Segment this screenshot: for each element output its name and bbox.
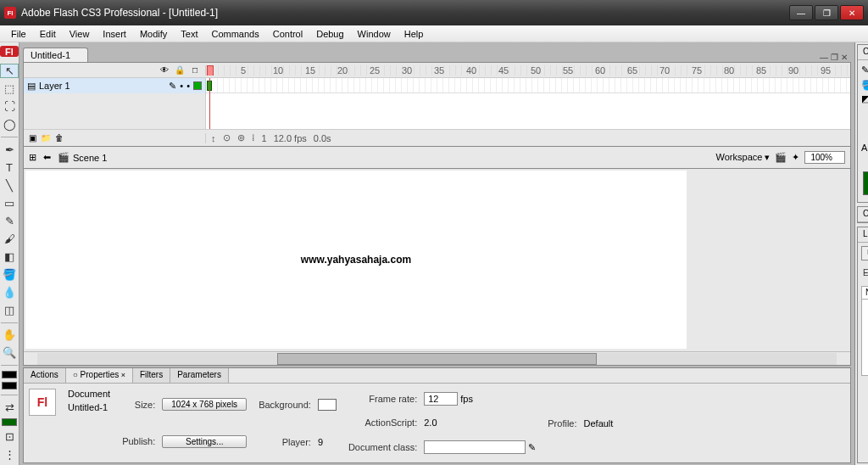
tab-properties[interactable]: ○ Properties <box>66 368 133 383</box>
tab-color[interactable]: Color <box>858 45 868 59</box>
menu-file[interactable]: File <box>5 27 32 41</box>
zoom-tool[interactable]: 🔍 <box>0 345 19 360</box>
hand-tool[interactable]: ✋ <box>0 328 19 342</box>
tab-actions[interactable]: Actions <box>24 368 66 383</box>
stroke-color-swatch[interactable] <box>2 371 17 378</box>
timeline-ruler[interactable]: 15101520253035404550556065707580859095 <box>206 65 850 76</box>
close-button[interactable]: ✕ <box>840 5 864 20</box>
edit-class-icon[interactable]: ✎ <box>528 442 536 452</box>
maximize-button[interactable]: ❐ <box>815 5 838 20</box>
fill-color-swatch[interactable] <box>2 382 17 389</box>
library-col-name[interactable]: Name <box>862 287 868 299</box>
layer-row[interactable]: ▤ Layer 1 ✎ • • <box>24 78 205 93</box>
frame-rate: 12.0 fps <box>274 133 307 143</box>
line-tool[interactable]: ╲ <box>0 178 19 193</box>
brush-tool[interactable]: 🖌 <box>0 232 19 246</box>
library-document-select[interactable]: Untitled-1 <box>861 246 868 261</box>
doc-close-icon[interactable]: ✕ <box>841 53 848 62</box>
document-tab[interactable]: Untitled-1 <box>23 48 88 62</box>
delete-layer-icon[interactable]: 🗑 <box>54 133 64 143</box>
edit-scene-icon[interactable]: ⊞ <box>29 152 36 163</box>
tab-library[interactable]: Library <box>858 227 868 242</box>
layer-outline-color[interactable] <box>193 81 202 90</box>
menu-help[interactable]: Help <box>398 27 430 41</box>
text-tool[interactable]: T <box>0 160 19 175</box>
subselection-tool[interactable]: ⬚ <box>0 81 19 96</box>
paint-bucket-tool[interactable]: 🪣 <box>0 267 19 282</box>
doc-restore-icon[interactable]: ❐ <box>831 53 838 62</box>
timeline-frames[interactable] <box>206 78 850 129</box>
edit-symbols-icon[interactable]: ✦ <box>792 152 799 163</box>
size-button[interactable]: 1024 x 768 pixels <box>162 398 247 411</box>
tab-parameters[interactable]: Parameters <box>170 368 229 383</box>
menu-edit[interactable]: Edit <box>34 27 62 41</box>
color-panel: Color Swatches ✎ Type: Solid 🪣 ◩ ⊘ ⇄ <box>857 44 868 203</box>
playhead-icon[interactable] <box>207 65 214 76</box>
show-hide-layers-icon[interactable]: 👁 <box>159 65 170 76</box>
background-color-swatch[interactable] <box>318 399 337 411</box>
menu-window[interactable]: Window <box>352 27 397 41</box>
window-title: Adobe Flash CS3 Professional - [Untitled… <box>21 7 789 19</box>
current-color-preview <box>863 171 868 195</box>
app-icon: Fl <box>4 7 16 19</box>
menubar: FileEditViewInsertModifyTextCommandsCont… <box>0 25 868 42</box>
options-icon[interactable]: ⋮ <box>0 447 19 462</box>
zoom-combo[interactable]: 100% <box>804 151 845 164</box>
swap-colors-icon[interactable]: ⇄ <box>0 401 19 415</box>
new-layer-icon[interactable]: ▣ <box>27 133 37 143</box>
outline-layers-icon[interactable]: □ <box>190 65 200 76</box>
layer-visible-dot[interactable]: • <box>180 81 183 91</box>
free-transform-tool[interactable]: ⛶ <box>0 99 19 114</box>
library-panel: Library Scene Untitled-1 📌 ⊞ Empty libra… <box>857 227 868 463</box>
new-folder-icon[interactable]: 📁 <box>41 133 51 143</box>
settings-button[interactable]: Settings... <box>162 435 247 448</box>
lasso-tool[interactable]: ◯ <box>0 117 19 132</box>
tools-panel: Fl ↖ ⬚ ⛶ ◯ ✒ T ╲ ▭ ✎ 🖌 ◧ 🪣 💧 ◫ ✋ 🔍 ⇄ ⊡ ⋮ <box>0 42 19 465</box>
layer-lock-dot[interactable]: • <box>186 81 190 91</box>
tab-components[interactable]: Components <box>858 207 868 221</box>
selection-tool[interactable]: ↖ <box>0 64 19 78</box>
ink-bottle-tool[interactable]: ◧ <box>0 249 19 264</box>
bucket-fill-icon[interactable]: 🪣 <box>861 80 868 91</box>
pen-tool[interactable]: ✒ <box>0 143 19 157</box>
onion-skin-icon[interactable]: ⊙ <box>223 132 231 143</box>
menu-modify[interactable]: Modify <box>134 27 173 41</box>
rectangle-tool[interactable]: ▭ <box>0 196 19 210</box>
minimize-button[interactable]: — <box>789 5 813 20</box>
back-arrow-icon[interactable]: ⬅ <box>43 152 51 163</box>
layer-pencil-icon: ✎ <box>169 81 176 92</box>
edit-scene-button-icon[interactable]: 🎬 <box>775 152 787 163</box>
current-color-swatch[interactable] <box>2 418 17 426</box>
snap-to-objects-icon[interactable]: ⊡ <box>0 429 19 444</box>
document-icon: Fl <box>29 389 56 416</box>
menu-view[interactable]: View <box>64 27 96 41</box>
eyedropper-tool[interactable]: 💧 <box>0 285 19 300</box>
document-class-label: Document class: <box>348 442 417 452</box>
workspace-dropdown[interactable]: Workspace ▾ <box>716 152 771 163</box>
horizontal-scrollbar[interactable] <box>24 351 850 365</box>
menu-commands[interactable]: Commands <box>205 27 264 41</box>
scene-breadcrumb[interactable]: 🎬 Scene 1 <box>58 152 107 163</box>
doc-minimize-icon[interactable]: — <box>820 53 828 62</box>
player-value: 9 <box>318 437 337 447</box>
window-titlebar: Fl Adobe Flash CS3 Professional - [Untit… <box>0 0 868 25</box>
background-label: Background: <box>259 400 311 410</box>
current-frame: 1 <box>262 133 267 143</box>
edit-multiple-frames-icon[interactable]: ⁞ <box>252 132 255 143</box>
library-list[interactable] <box>861 300 868 376</box>
framerate-input[interactable] <box>424 392 458 406</box>
center-frame-icon[interactable]: ↕ <box>211 133 216 143</box>
document-class-input[interactable] <box>424 440 526 454</box>
tab-filters[interactable]: Filters <box>133 368 170 383</box>
pencil-stroke-icon[interactable]: ✎ <box>861 64 868 76</box>
eraser-tool[interactable]: ◫ <box>0 303 19 317</box>
bw-icon[interactable]: ◩ <box>861 93 868 104</box>
menu-control[interactable]: Control <box>267 27 309 41</box>
stage[interactable]: www.yahyasahaja.com <box>25 171 687 349</box>
lock-layers-icon[interactable]: 🔒 <box>175 65 185 76</box>
menu-insert[interactable]: Insert <box>97 27 132 41</box>
menu-debug[interactable]: Debug <box>310 27 349 41</box>
menu-text[interactable]: Text <box>175 27 203 41</box>
pencil-tool[interactable]: ✎ <box>0 214 19 228</box>
onion-skin-outlines-icon[interactable]: ⊚ <box>237 132 245 143</box>
